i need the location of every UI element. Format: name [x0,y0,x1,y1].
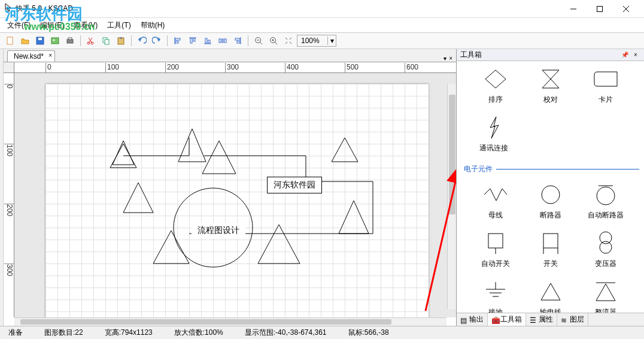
window-title: 快手 5.0 - KSCAD [16,4,560,14]
toolbar: 100% ▾ [0,32,644,49]
status-ready: 准备 [4,328,28,338]
document-tab-row: New.ksd* × ▾ × [4,49,456,62]
copy-button[interactable] [99,34,113,47]
menu-view[interactable]: 查看(V) [70,19,101,32]
close-button[interactable] [613,0,639,18]
shape-power-line[interactable]: 输电线 [529,280,572,313]
shape-breaker[interactable]: 断路器 [529,183,572,220]
tab-layers[interactable]: ≋图层 [557,313,588,326]
canvas-text-box-1[interactable]: 河东软件园 [267,177,322,193]
tab-close-icon[interactable]: × [48,52,52,59]
svg-marker-53 [123,183,153,213]
tab-toolbox[interactable]: 🧰工具箱 [488,313,526,326]
svg-rect-26 [205,38,207,43]
tab-properties[interactable]: ☰属性 [526,313,557,326]
shape-rectifier[interactable]: 整流器 [584,280,627,313]
svg-marker-60 [485,70,506,88]
zoom-out-button[interactable] [252,34,265,47]
ruler-corner [4,62,14,73]
ruler-horizontal: 0 100 200 300 400 500 600 [14,62,456,73]
auto-breaker-icon [589,183,622,207]
canvas-text-box-2[interactable]: 流程图设计 [192,223,245,238]
distribute-h-button[interactable] [216,34,229,47]
ground-icon [479,280,512,304]
svg-rect-32 [235,38,240,40]
tab-menu-icon[interactable]: ▾ [443,55,446,62]
svg-point-8 [53,40,55,41]
shape-check[interactable]: 校对 [529,67,572,105]
svg-marker-55 [153,231,189,264]
shape-ground[interactable]: 接地 [474,280,517,313]
zoom-fit-button[interactable] [282,34,295,47]
svg-marker-51 [202,141,236,174]
save-button[interactable] [34,34,47,47]
menu-edit[interactable]: 编辑(E) [37,19,68,32]
powerline-icon [534,280,567,304]
open-button[interactable] [19,34,32,47]
paste-button[interactable] [114,34,127,47]
svg-point-63 [542,186,560,204]
status-shape-count: 图形数目:22 [40,328,88,338]
svg-rect-28 [219,39,221,43]
output-icon: ▤ [460,316,467,323]
maximize-button[interactable] [587,0,613,18]
shape-comm-link[interactable]: 通讯连接 [472,116,515,153]
redo-button[interactable] [150,34,163,47]
shape-auto-breaker[interactable]: 自动断路器 [584,183,627,220]
align-top-button[interactable] [186,34,199,47]
align-bottom-button[interactable] [201,34,214,47]
sort-icon [479,67,512,91]
cut-button[interactable] [84,34,98,47]
tab-output[interactable]: ▤输出 [457,313,488,326]
toolbox-icon: 🧰 [491,316,499,323]
shape-bus[interactable]: 母线 [474,183,517,220]
section-electronic[interactable]: 电子元件 [464,164,639,174]
svg-rect-27 [208,40,210,43]
shape-sort[interactable]: 排序 [474,67,517,105]
shape-transformer[interactable]: 变压器 [584,231,627,269]
horizontal-scrollbar[interactable] [14,317,446,326]
panel-close-icon[interactable]: × [631,52,640,58]
tab-close-all-icon[interactable]: × [449,55,452,62]
minimize-button[interactable] [560,0,587,18]
zoom-combo[interactable]: 100% ▾ [297,35,336,47]
zoom-dropdown-icon[interactable]: ▾ [327,37,336,45]
align-left-button[interactable] [171,34,184,47]
vertical-scrollbar[interactable] [447,84,456,309]
shape-auto-switch[interactable]: 自动开关 [474,231,517,269]
svg-rect-7 [51,38,59,44]
menu-file[interactable]: 文件(F) [4,19,34,32]
menu-tool[interactable]: 工具(T) [104,19,134,32]
svg-rect-68 [543,234,558,248]
align-right-button[interactable] [231,34,244,47]
ruler-vertical: 0 100 200 300 [4,73,14,317]
bus-icon [479,183,512,207]
print-button[interactable] [63,34,77,47]
svg-line-38 [275,42,277,44]
svg-marker-50 [178,129,206,162]
panel-title: 工具箱 [460,50,619,60]
svg-rect-9 [67,40,73,43]
svg-rect-16 [105,40,109,44]
zoom-value: 100% [297,37,327,45]
document-tab[interactable]: New.ksd* × [7,50,55,62]
lightning-icon [477,116,511,140]
new-button[interactable] [4,34,17,47]
transformer-icon [589,231,622,255]
undo-button[interactable] [135,34,148,47]
toolbox-body[interactable]: 排序 校对 卡片 通讯连接 电子元件 [457,61,644,313]
svg-point-65 [597,187,615,205]
svg-rect-24 [193,38,195,41]
svg-rect-21 [175,41,178,43]
menu-help[interactable]: 帮助(H) [137,19,169,32]
shape-switch[interactable]: 开关 [529,231,572,269]
shape-card[interactable]: 卡片 [584,67,627,105]
zoom-in-button[interactable] [267,34,280,47]
svg-marker-79 [596,284,615,301]
canvas-viewport[interactable]: 河东软件园 流程图设计 [14,73,456,317]
panel-pin-icon[interactable]: 📌 [620,52,630,58]
export-image-button[interactable] [48,34,62,47]
rectifier-icon [589,280,622,304]
svg-rect-20 [175,38,180,40]
drawing-page[interactable]: 河东软件园 流程图设计 [45,84,429,317]
